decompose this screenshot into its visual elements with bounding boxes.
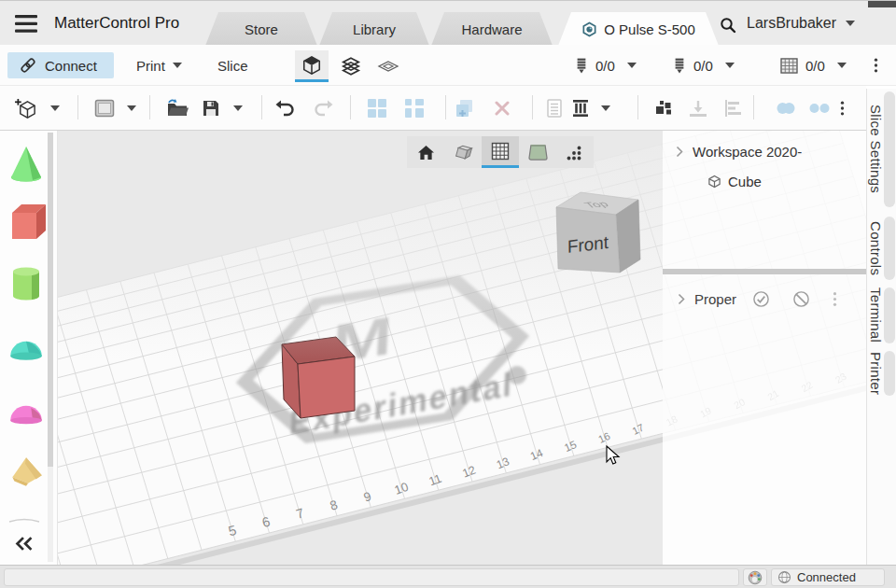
divider	[149, 95, 150, 119]
connect-button[interactable]: Connect	[7, 52, 114, 78]
arrange-selection-button[interactable]	[400, 92, 428, 124]
properties-header-row[interactable]: Proper	[663, 286, 866, 312]
sidebar-scrollbar-track[interactable]	[48, 133, 53, 562]
ascending-dots-icon	[566, 143, 584, 161]
chevron-down-icon	[127, 105, 136, 111]
print-label: Print	[136, 58, 165, 74]
save-floppy-icon	[202, 99, 220, 118]
tab-printer[interactable]: Printer	[867, 349, 896, 398]
tab-terminal[interactable]: Terminal	[867, 286, 896, 345]
divider	[350, 95, 351, 119]
view-mode-layers-button[interactable]	[334, 50, 368, 82]
apply-button[interactable]	[752, 287, 775, 310]
add-object-menu-button[interactable]	[48, 92, 63, 124]
support-menu-button[interactable]	[598, 92, 613, 124]
arrange-all-button[interactable]	[363, 92, 391, 124]
redo-icon	[313, 100, 333, 117]
divider	[532, 95, 533, 119]
tree-item-cube[interactable]: Cube	[663, 168, 866, 194]
tree-item-label: Cube	[728, 174, 762, 189]
print-area-dots-button[interactable]	[556, 136, 594, 168]
rotate-view-button[interactable]	[444, 136, 482, 168]
tab-hardware[interactable]: Hardware	[431, 12, 553, 46]
connection-status[interactable]: Connected	[771, 568, 885, 586]
user-menu[interactable]: LarsBrubaker	[747, 1, 855, 46]
ban-circle-icon	[792, 290, 810, 308]
tab-slice-settings[interactable]: Slice Settings	[867, 90, 896, 209]
tab-printer-active[interactable]: O Pulse S-500	[558, 12, 719, 46]
reset-view-home-button[interactable]	[407, 136, 444, 168]
properties-menu-button[interactable]	[833, 287, 855, 310]
shape-wedge-thumbnail[interactable]	[7, 454, 48, 487]
bed-selection-menu-button[interactable]	[124, 92, 139, 124]
add-cube-icon	[15, 98, 38, 119]
print-bed-icon	[94, 99, 115, 118]
toolbar-overflow-menu-button[interactable]	[834, 92, 849, 124]
sidebar-scrollbar-thumb[interactable]	[48, 133, 53, 467]
workspace-tree-row[interactable]: Workspace 2020-	[663, 138, 866, 164]
view-mode-3d-button[interactable]	[295, 50, 329, 82]
pack-objects-button[interactable]	[651, 92, 679, 124]
chevron-right-icon	[678, 293, 685, 305]
shape-library-sidebar	[0, 131, 58, 565]
save-menu-button[interactable]	[231, 92, 245, 124]
duplicate-icon	[455, 99, 474, 118]
connect-label: Connect	[45, 58, 97, 74]
shape-cylinder-thumbnail[interactable]	[7, 263, 48, 304]
chevron-down-icon	[50, 105, 60, 111]
cube-item-icon	[707, 175, 721, 189]
status-message-box	[4, 568, 739, 586]
tab-controls[interactable]: Controls	[867, 215, 896, 282]
lay-flat-button[interactable]	[684, 92, 712, 124]
open-file-button[interactable]	[163, 92, 191, 124]
cancel-button[interactable]	[792, 287, 815, 310]
shape-cone-thumbnail[interactable]	[7, 144, 48, 183]
add-object-button[interactable]	[12, 92, 40, 124]
undo-button[interactable]	[272, 92, 300, 124]
show-bed-button[interactable]	[519, 136, 556, 168]
main-menu-button[interactable]	[15, 14, 39, 33]
delete-button[interactable]	[488, 92, 516, 124]
search-button[interactable]	[720, 16, 742, 35]
home-icon	[417, 145, 435, 161]
tab-library[interactable]: Library	[319, 12, 429, 46]
status-bar: Connected	[0, 565, 896, 588]
ungroup-button[interactable]	[805, 92, 833, 124]
hotend-1-temp: 0/0	[595, 58, 615, 74]
tab-store[interactable]: Store	[205, 12, 317, 46]
printer-overflow-menu-button[interactable]	[866, 51, 885, 79]
divider	[753, 95, 754, 119]
cube-shape-icon	[7, 200, 48, 243]
right-tab-strip: Slice Settings Controls Terminal Printer	[866, 89, 896, 565]
save-button[interactable]	[197, 92, 225, 124]
3d-scene[interactable]: 56789101112131415161718192021222324 M Ex…	[58, 131, 663, 565]
slice-button[interactable]: Slice	[217, 45, 248, 86]
hotend-2-menu-button[interactable]	[721, 51, 739, 79]
edit-list-button[interactable]	[540, 92, 568, 124]
half-sphere-icon	[7, 392, 46, 426]
duplicate-button[interactable]	[451, 92, 479, 124]
hotend-1-menu-button[interactable]	[623, 51, 641, 79]
palette-icon	[748, 570, 763, 585]
align-button[interactable]	[720, 92, 748, 124]
globe-icon	[777, 570, 791, 584]
bed-temp-menu-button[interactable]	[833, 51, 851, 79]
grid-view-button[interactable]	[482, 136, 519, 168]
redo-button[interactable]	[309, 92, 337, 124]
collapse-sidebar-button[interactable]	[15, 536, 34, 552]
3d-viewport[interactable]: 56789101112131415161718192021222324 M Ex…	[58, 131, 663, 565]
vertical-dots-icon	[840, 100, 845, 117]
shape-cube-thumbnail[interactable]	[7, 200, 48, 243]
support-column-button[interactable]	[567, 92, 595, 124]
theme-color-button[interactable]	[743, 568, 767, 586]
bed-selection-button[interactable]	[91, 92, 119, 124]
shape-dome-teal-thumbnail[interactable]	[7, 327, 48, 362]
view-mode-layer-flat-button[interactable]	[371, 50, 405, 82]
group-button[interactable]	[772, 92, 800, 124]
view-cube[interactable]: Top Front	[556, 192, 640, 273]
panel-splitter[interactable]	[663, 269, 866, 274]
modify-toolbar	[0, 86, 866, 131]
shape-dome-pink-thumbnail[interactable]	[7, 392, 48, 426]
print-button[interactable]: Print	[136, 45, 182, 86]
view-controls-toolbar	[407, 136, 594, 168]
